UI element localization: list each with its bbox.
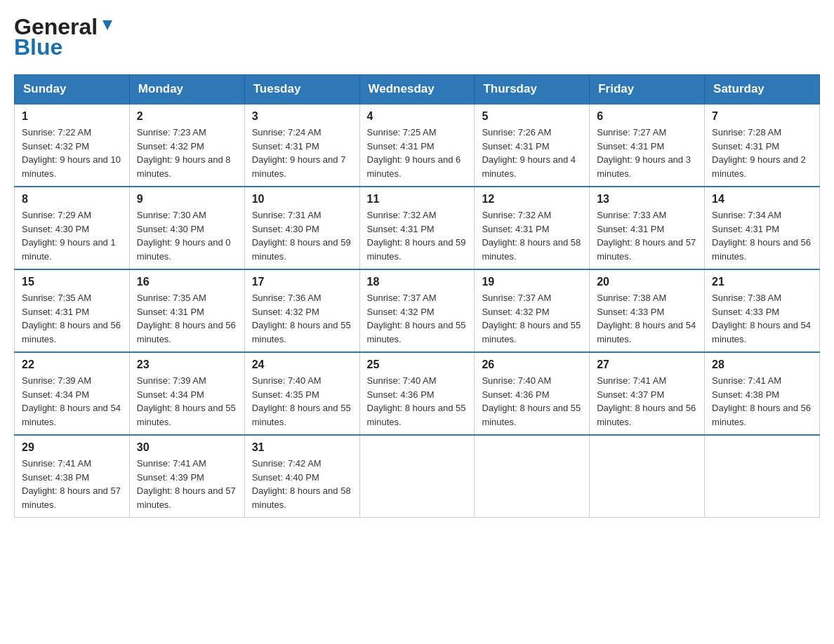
calendar-cell: 24 Sunrise: 7:40 AM Sunset: 4:35 PM Dayl… <box>244 352 359 435</box>
day-number: 18 <box>367 276 468 288</box>
day-info: Sunrise: 7:29 AM Sunset: 4:30 PM Dayligh… <box>22 208 122 263</box>
calendar-cell: 27 Sunrise: 7:41 AM Sunset: 4:37 PM Dayl… <box>590 352 705 435</box>
page-header: General Blue <box>14 14 820 60</box>
day-info: Sunrise: 7:40 AM Sunset: 4:36 PM Dayligh… <box>482 374 582 429</box>
day-number: 6 <box>597 110 697 123</box>
day-info: Sunrise: 7:41 AM Sunset: 4:38 PM Dayligh… <box>22 457 122 511</box>
day-info: Sunrise: 7:24 AM Sunset: 4:31 PM Dayligh… <box>252 126 352 180</box>
day-number: 22 <box>22 358 122 371</box>
day-info: Sunrise: 7:41 AM Sunset: 4:39 PM Dayligh… <box>137 457 237 511</box>
calendar-cell: 30 Sunrise: 7:41 AM Sunset: 4:39 PM Dayl… <box>129 435 244 518</box>
day-info: Sunrise: 7:37 AM Sunset: 4:32 PM Dayligh… <box>482 291 582 346</box>
day-info: Sunrise: 7:38 AM Sunset: 4:33 PM Dayligh… <box>712 291 812 346</box>
calendar-cell: 29 Sunrise: 7:41 AM Sunset: 4:38 PM Dayl… <box>15 435 130 518</box>
calendar-cell: 6 Sunrise: 7:27 AM Sunset: 4:31 PM Dayli… <box>590 104 705 187</box>
calendar-week-row: 8 Sunrise: 7:29 AM Sunset: 4:30 PM Dayli… <box>15 187 820 269</box>
day-number: 10 <box>252 193 352 206</box>
calendar-table: SundayMondayTuesdayWednesdayThursdayFrid… <box>14 74 820 518</box>
day-info: Sunrise: 7:28 AM Sunset: 4:31 PM Dayligh… <box>712 126 812 180</box>
day-number: 14 <box>712 193 812 206</box>
calendar-cell: 3 Sunrise: 7:24 AM Sunset: 4:31 PM Dayli… <box>244 104 359 187</box>
logo-triangle-icon <box>100 18 115 33</box>
calendar-cell <box>590 435 705 518</box>
day-info: Sunrise: 7:33 AM Sunset: 4:31 PM Dayligh… <box>597 208 697 263</box>
day-info: Sunrise: 7:39 AM Sunset: 4:34 PM Dayligh… <box>22 374 122 429</box>
day-header-wednesday: Wednesday <box>359 75 475 105</box>
day-info: Sunrise: 7:42 AM Sunset: 4:40 PM Dayligh… <box>252 457 352 511</box>
calendar-cell: 8 Sunrise: 7:29 AM Sunset: 4:30 PM Dayli… <box>15 187 130 269</box>
day-number: 24 <box>252 358 352 371</box>
day-number: 27 <box>597 358 697 371</box>
day-number: 4 <box>367 110 468 123</box>
day-number: 30 <box>137 441 237 454</box>
day-info: Sunrise: 7:32 AM Sunset: 4:31 PM Dayligh… <box>367 208 468 263</box>
svg-marker-0 <box>102 20 112 30</box>
day-number: 3 <box>252 110 352 123</box>
calendar-cell <box>705 435 820 518</box>
calendar-week-row: 1 Sunrise: 7:22 AM Sunset: 4:32 PM Dayli… <box>15 104 820 187</box>
day-info: Sunrise: 7:25 AM Sunset: 4:31 PM Dayligh… <box>367 126 468 180</box>
day-number: 12 <box>482 193 582 206</box>
day-number: 5 <box>482 110 582 123</box>
day-number: 9 <box>137 193 237 206</box>
day-info: Sunrise: 7:40 AM Sunset: 4:35 PM Dayligh… <box>252 374 352 429</box>
day-info: Sunrise: 7:26 AM Sunset: 4:31 PM Dayligh… <box>482 126 582 180</box>
calendar-cell: 9 Sunrise: 7:30 AM Sunset: 4:30 PM Dayli… <box>129 187 244 269</box>
day-info: Sunrise: 7:22 AM Sunset: 4:32 PM Dayligh… <box>22 126 122 180</box>
calendar-cell: 11 Sunrise: 7:32 AM Sunset: 4:31 PM Dayl… <box>359 187 475 269</box>
calendar-cell: 1 Sunrise: 7:22 AM Sunset: 4:32 PM Dayli… <box>15 104 130 187</box>
day-number: 28 <box>712 358 812 371</box>
calendar-week-row: 15 Sunrise: 7:35 AM Sunset: 4:31 PM Dayl… <box>15 269 820 352</box>
calendar-cell: 17 Sunrise: 7:36 AM Sunset: 4:32 PM Dayl… <box>244 269 359 352</box>
day-header-thursday: Thursday <box>475 75 590 105</box>
day-number: 15 <box>22 276 122 288</box>
calendar-cell <box>475 435 590 518</box>
day-number: 20 <box>597 276 697 288</box>
day-info: Sunrise: 7:41 AM Sunset: 4:37 PM Dayligh… <box>597 374 697 429</box>
logo-blue-text: Blue <box>14 34 62 60</box>
calendar-cell: 22 Sunrise: 7:39 AM Sunset: 4:34 PM Dayl… <box>15 352 130 435</box>
day-number: 26 <box>482 358 582 371</box>
day-header-sunday: Sunday <box>15 75 130 105</box>
day-info: Sunrise: 7:35 AM Sunset: 4:31 PM Dayligh… <box>22 291 122 346</box>
calendar-cell: 7 Sunrise: 7:28 AM Sunset: 4:31 PM Dayli… <box>705 104 820 187</box>
calendar-cell: 15 Sunrise: 7:35 AM Sunset: 4:31 PM Dayl… <box>15 269 130 352</box>
calendar-cell: 19 Sunrise: 7:37 AM Sunset: 4:32 PM Dayl… <box>475 269 590 352</box>
day-header-friday: Friday <box>590 75 705 105</box>
day-header-monday: Monday <box>129 75 244 105</box>
calendar-cell: 21 Sunrise: 7:38 AM Sunset: 4:33 PM Dayl… <box>705 269 820 352</box>
day-info: Sunrise: 7:32 AM Sunset: 4:31 PM Dayligh… <box>482 208 582 263</box>
day-header-saturday: Saturday <box>705 75 820 105</box>
calendar-cell: 14 Sunrise: 7:34 AM Sunset: 4:31 PM Dayl… <box>705 187 820 269</box>
day-number: 21 <box>712 276 812 288</box>
day-info: Sunrise: 7:31 AM Sunset: 4:30 PM Dayligh… <box>252 208 352 263</box>
day-number: 31 <box>252 441 352 454</box>
calendar-cell: 18 Sunrise: 7:37 AM Sunset: 4:32 PM Dayl… <box>359 269 475 352</box>
day-info: Sunrise: 7:23 AM Sunset: 4:32 PM Dayligh… <box>137 126 237 180</box>
day-number: 1 <box>22 110 122 123</box>
day-info: Sunrise: 7:27 AM Sunset: 4:31 PM Dayligh… <box>597 126 697 180</box>
day-info: Sunrise: 7:41 AM Sunset: 4:38 PM Dayligh… <box>712 374 812 429</box>
calendar-cell: 2 Sunrise: 7:23 AM Sunset: 4:32 PM Dayli… <box>129 104 244 187</box>
calendar-cell: 26 Sunrise: 7:40 AM Sunset: 4:36 PM Dayl… <box>475 352 590 435</box>
day-number: 16 <box>137 276 237 288</box>
day-number: 2 <box>137 110 237 123</box>
calendar-week-row: 29 Sunrise: 7:41 AM Sunset: 4:38 PM Dayl… <box>15 435 820 518</box>
day-info: Sunrise: 7:40 AM Sunset: 4:36 PM Dayligh… <box>367 374 468 429</box>
day-number: 29 <box>22 441 122 454</box>
day-number: 11 <box>367 193 468 206</box>
day-number: 25 <box>367 358 468 371</box>
day-info: Sunrise: 7:39 AM Sunset: 4:34 PM Dayligh… <box>137 374 237 429</box>
day-number: 23 <box>137 358 237 371</box>
calendar-cell: 5 Sunrise: 7:26 AM Sunset: 4:31 PM Dayli… <box>475 104 590 187</box>
calendar-cell: 31 Sunrise: 7:42 AM Sunset: 4:40 PM Dayl… <box>244 435 359 518</box>
calendar-cell: 23 Sunrise: 7:39 AM Sunset: 4:34 PM Dayl… <box>129 352 244 435</box>
calendar-week-row: 22 Sunrise: 7:39 AM Sunset: 4:34 PM Dayl… <box>15 352 820 435</box>
logo: General Blue <box>14 14 115 60</box>
calendar-cell: 28 Sunrise: 7:41 AM Sunset: 4:38 PM Dayl… <box>705 352 820 435</box>
calendar-cell: 16 Sunrise: 7:35 AM Sunset: 4:31 PM Dayl… <box>129 269 244 352</box>
day-info: Sunrise: 7:30 AM Sunset: 4:30 PM Dayligh… <box>137 208 237 263</box>
calendar-cell: 12 Sunrise: 7:32 AM Sunset: 4:31 PM Dayl… <box>475 187 590 269</box>
calendar-cell: 4 Sunrise: 7:25 AM Sunset: 4:31 PM Dayli… <box>359 104 475 187</box>
day-info: Sunrise: 7:35 AM Sunset: 4:31 PM Dayligh… <box>137 291 237 346</box>
